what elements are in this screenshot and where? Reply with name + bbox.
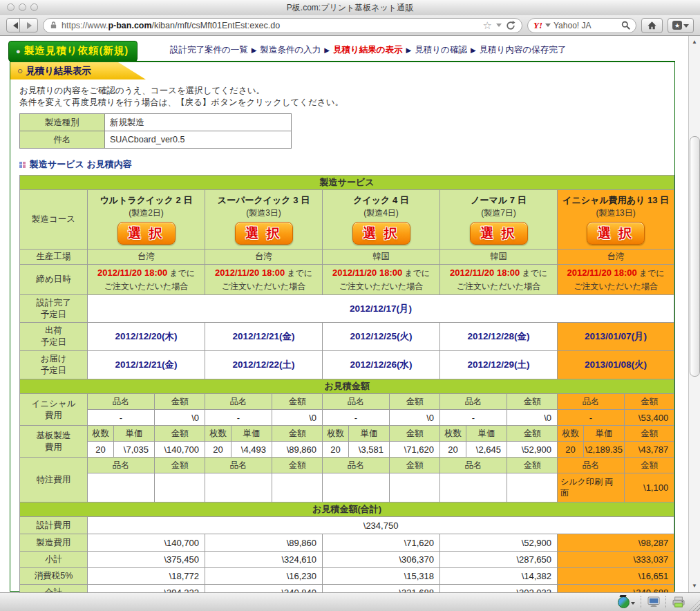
deadline-cell: 2012/11/20 18:00までにご注文いただいた場合: [558, 265, 674, 295]
bookmarks-menu-button[interactable]: [668, 18, 694, 33]
col-header: 品名: [440, 394, 507, 410]
forward-button[interactable]: [19, 18, 38, 32]
course-name: ノーマル 7 日: [441, 194, 556, 207]
table-section-header: お見積金額: [20, 379, 674, 394]
col-header: 金額: [625, 394, 674, 410]
col-header: 品名: [88, 458, 155, 473]
row-label: 設計完了 予定日: [20, 295, 88, 323]
select-button[interactable]: 選 択: [235, 222, 293, 245]
col-header: 品名: [88, 394, 155, 410]
addon-caret-icon[interactable]: [631, 602, 635, 607]
course-days: (製造7日): [441, 207, 556, 219]
course-days: (製造13日): [558, 207, 673, 219]
search-engine-dropdown-icon[interactable]: [545, 24, 551, 30]
design-date-row: 設計完了 予定日 2012/12/17(月): [20, 295, 674, 323]
course-name: クイック 4 日: [323, 194, 439, 207]
board-amount-cell: \89,860: [272, 442, 323, 458]
delivery-date-row: お届け 予定日 2012/12/21(金) 2012/12/22(土) 2012…: [20, 351, 674, 379]
unit-price-cell: \4,493: [231, 442, 272, 458]
initial-name-cell: -: [440, 410, 507, 426]
initial-amount-cell: \0: [272, 410, 323, 426]
url-bar[interactable]: https://www.p-ban.com/kiban/mft/csMft01E…: [43, 18, 522, 33]
breadcrumb-step-5: 見積り内容の保存完了: [480, 45, 567, 55]
vertical-scrollbar[interactable]: [688, 36, 700, 592]
col-header: 品名: [323, 458, 390, 473]
breadcrumb-arrow-icon: ▶: [471, 46, 476, 54]
row-label: 基板製造 費用: [20, 426, 88, 458]
col-header: 枚数: [323, 426, 349, 442]
printer-icon[interactable]: [672, 596, 685, 608]
select-button[interactable]: 選 択: [352, 222, 410, 245]
col-header: 品名: [205, 458, 272, 473]
select-button[interactable]: 選 択: [470, 222, 528, 245]
row-label: 小計: [20, 552, 88, 568]
dropdown-arrow-icon[interactable]: [496, 24, 502, 30]
monitor-icon[interactable]: [647, 596, 660, 608]
board-cost-header-row: 基板製造 費用 枚数単価金額 枚数単価金額 枚数単価金額 枚数単価金額 枚数単価…: [20, 426, 674, 442]
course-cell-highlight: イニシャル費用あり 13 日 (製造13日) 選 択: [558, 190, 674, 250]
navigation-toolbar: https://www.p-ban.com/kiban/mft/csMft01E…: [0, 15, 700, 36]
select-button[interactable]: 選 択: [117, 222, 176, 245]
col-header: 金額: [625, 458, 674, 473]
special-name-cell: [440, 473, 507, 502]
instruction-line-1: お見積りの内容をご確認のうえ、コースを選択してください。: [19, 85, 674, 97]
ship-date-cell: 2012/12/20(木): [88, 323, 205, 351]
bookmark-star-icon[interactable]: ☆: [483, 20, 492, 30]
addon-globe-icon[interactable]: [618, 596, 630, 608]
col-header: 金額: [272, 426, 323, 442]
bookmarks-caret-icon: [683, 24, 689, 30]
course-row: 製造コース ウルトラクイック 2 日 (製造2日) 選 択 スーパークイック 3…: [20, 190, 674, 250]
search-icon[interactable]: [621, 21, 630, 30]
section-title: 製造サービス お見積内容: [19, 158, 674, 171]
special-name-cell: [88, 473, 155, 502]
row-label: イニシャル 費用: [20, 394, 88, 426]
special-cost-header-row: 特注費用 品名金額 品名金額 品名金額 品名金額 品名金額: [20, 458, 674, 473]
bullet-icon: ●: [16, 47, 21, 55]
search-box[interactable]: Y! Yahoo! JA: [527, 18, 636, 33]
breadcrumb: 設計完了案件の一覧▶製造条件の入力▶見積り結果の表示▶見積りの確認▶見積り内容の…: [170, 44, 566, 56]
home-button[interactable]: [641, 18, 663, 33]
reload-icon[interactable]: [506, 21, 515, 30]
total-cell: \349,688: [558, 585, 674, 593]
mfg-cost-cell: \98,287: [558, 534, 674, 552]
resize-grip[interactable]: [689, 600, 700, 611]
design-date-cell: 2012/12/17(月): [88, 295, 674, 323]
col-header: 品名: [205, 394, 272, 410]
browser-window: P板.com:プリント基板ネット通販 https://www.p-ban.com…: [0, 0, 700, 611]
scroll-up-button[interactable]: [689, 37, 700, 47]
col-header: 金額: [625, 426, 674, 442]
col-header: 金額: [507, 426, 558, 442]
row-label: お届け 予定日: [20, 351, 88, 379]
select-button[interactable]: 選 択: [587, 222, 645, 245]
board-amount-cell: \43,787: [625, 442, 674, 458]
table-section-header: 製造サービス: [20, 176, 674, 190]
col-header: 金額: [507, 458, 558, 473]
forward-icon: [27, 22, 35, 29]
special-name-cell: シルク印刷 両面: [558, 473, 625, 502]
info-value: 新規製造: [105, 114, 292, 131]
service-header: 製造サービス: [20, 176, 674, 190]
table-row: 製造種別 新規製造: [20, 114, 292, 131]
total-cell: \321,688: [323, 585, 440, 593]
squares-icon: [19, 162, 26, 168]
panel-tab-label: 見積り結果表示: [26, 66, 91, 76]
ship-date-cell: 2012/12/28(金): [440, 323, 558, 351]
col-header: 金額: [390, 426, 440, 442]
initial-cost-header-row: イニシャル 費用 品名金額 品名金額 品名金額 品名金額 品名金額: [20, 394, 674, 410]
mfg-cost-cell: \89,860: [205, 534, 323, 552]
initial-name-cell: -: [88, 410, 155, 426]
board-amount-cell: \52,900: [507, 442, 558, 458]
instruction-line-2: 条件を変えて再度見積りを行う場合は、【戻る】ボタンをクリックしてください。: [19, 97, 674, 109]
scrollbar-thumb[interactable]: [690, 136, 700, 377]
total-cell: \394,222: [88, 585, 205, 593]
row-label: 出荷 予定日: [20, 323, 88, 351]
tax-cell: \14,382: [440, 568, 558, 585]
search-input[interactable]: Yahoo! JA: [554, 21, 618, 30]
col-header: 金額: [155, 426, 205, 442]
url-text: https://www.p-ban.com/kiban/mft/csMft01E…: [62, 21, 479, 30]
scroll-down-button[interactable]: [689, 581, 700, 591]
course-name: ウルトラクイック 2 日: [88, 194, 204, 207]
course-days: (製造3日): [206, 207, 321, 219]
row-label: 生産工場: [20, 250, 88, 265]
course-name: スーパークイック 3 日: [206, 194, 321, 207]
